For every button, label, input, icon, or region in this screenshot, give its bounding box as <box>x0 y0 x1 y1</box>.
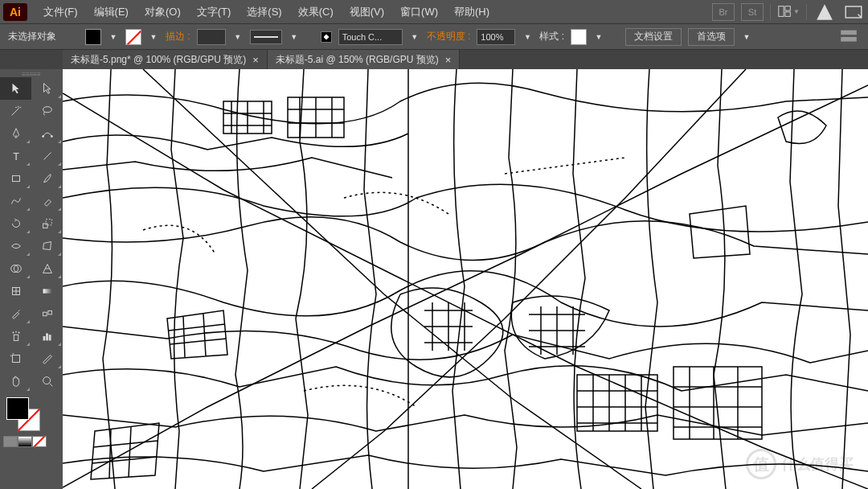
workspace: ≡≡≡≡≡ T <box>0 69 868 489</box>
tab-title: 未标题-5.ai @ 150% (RGB/GPU 预览) <box>276 53 439 67</box>
brush-dd[interactable]: ▼ <box>409 31 420 43</box>
document-tab[interactable]: 未标题-5.png* @ 100% (RGB/GPU 预览) × <box>63 50 268 69</box>
menu-edit[interactable]: 编辑(E) <box>86 0 137 24</box>
canvas-area[interactable]: 值 什么值得买 <box>63 69 868 489</box>
document-setup-button[interactable]: 文档设置 <box>625 28 682 46</box>
document-tab[interactable]: 未标题-5.ai @ 150% (RGB/GPU 预览) × <box>268 50 460 69</box>
stroke-label: 描边 : <box>166 30 190 43</box>
menu-bar: Ai 文件(F) 编辑(E) 对象(O) 文字(T) 选择(S) 效果(C) 视… <box>0 0 868 24</box>
eyedropper-tool[interactable] <box>0 302 31 325</box>
svg-rect-22 <box>14 335 18 340</box>
direct-selection-tool[interactable] <box>31 77 63 100</box>
magic-wand-tool[interactable] <box>0 100 31 122</box>
svg-rect-26 <box>43 336 45 340</box>
close-icon[interactable]: × <box>445 54 452 66</box>
brush-dot[interactable] <box>321 31 332 43</box>
paintbrush-tool[interactable] <box>31 167 63 190</box>
svg-rect-19 <box>43 289 51 293</box>
svg-rect-20 <box>43 312 47 316</box>
curvature-tool[interactable] <box>31 122 63 145</box>
app-logo: Ai <box>3 3 27 21</box>
svg-rect-0 <box>779 6 784 17</box>
artboard-tool[interactable] <box>0 347 31 370</box>
perspective-tool[interactable] <box>31 257 63 280</box>
gradient-tool[interactable] <box>31 280 63 302</box>
fill-dropdown[interactable]: ▼ <box>108 31 119 43</box>
fill-swatch[interactable] <box>85 29 101 45</box>
panel-handle[interactable]: ≡≡≡≡≡ <box>0 71 63 77</box>
menu-object[interactable]: 对象(O) <box>137 0 189 24</box>
svg-point-6 <box>43 107 51 113</box>
style-label: 样式 : <box>539 30 564 43</box>
options-bar: 未选择对象 ▼ ▼ 描边 : ▼ ▼ Touch C... ▼ 不透明度 : 1… <box>0 24 868 50</box>
selection-tool[interactable] <box>0 77 31 100</box>
width-tool[interactable] <box>0 235 31 257</box>
menu-type[interactable]: 文字(T) <box>189 0 240 24</box>
brush-dropdown[interactable]: Touch C... <box>338 29 403 45</box>
style-dropdown[interactable]: ▼ <box>593 31 604 43</box>
hand-tool[interactable] <box>0 370 31 392</box>
shape-builder-tool[interactable] <box>0 257 31 280</box>
menu-view[interactable]: 视图(V) <box>342 0 392 24</box>
svg-point-32 <box>43 377 50 384</box>
pen-tool[interactable] <box>0 122 31 145</box>
slice-tool[interactable] <box>31 347 63 370</box>
mesh-tool[interactable] <box>0 280 31 302</box>
prefs-dropdown[interactable]: ▼ <box>741 31 752 43</box>
symbol-sprayer-tool[interactable] <box>0 325 31 347</box>
opacity-input[interactable]: 100% <box>477 29 515 45</box>
stroke-style-dropdown[interactable]: ▼ <box>289 31 300 43</box>
style-swatch[interactable] <box>571 29 587 45</box>
menu-effect[interactable]: 效果(C) <box>290 0 342 24</box>
svg-rect-29 <box>12 355 19 363</box>
rectangle-tool[interactable] <box>0 167 31 190</box>
stroke-dropdown[interactable]: ▼ <box>148 31 159 43</box>
none-mode[interactable] <box>32 436 47 447</box>
search-icon[interactable] <box>842 3 865 21</box>
type-tool[interactable]: T <box>0 145 31 167</box>
free-transform-tool[interactable] <box>31 235 63 257</box>
close-icon[interactable]: × <box>252 54 259 66</box>
panel-icon[interactable] <box>837 28 860 46</box>
opacity-dropdown[interactable]: ▼ <box>522 31 533 43</box>
selection-label: 未选择对象 <box>8 30 56 43</box>
menu-file[interactable]: 文件(F) <box>35 0 86 24</box>
stroke-style-preview[interactable] <box>250 30 282 44</box>
stroke-swatch[interactable] <box>125 29 141 45</box>
tab-title: 未标题-5.png* @ 100% (RGB/GPU 预览) <box>71 53 246 67</box>
svg-rect-28 <box>48 335 51 340</box>
gradient-mode[interactable] <box>18 436 32 447</box>
arrange-icon[interactable]: ▼ <box>777 3 800 21</box>
eraser-tool[interactable] <box>31 190 63 212</box>
rotate-tool[interactable] <box>0 212 31 235</box>
foreground-color[interactable] <box>6 397 29 420</box>
svg-rect-11 <box>12 175 19 181</box>
menu-window[interactable]: 窗口(W) <box>392 0 446 24</box>
gpu-icon[interactable] <box>813 3 836 21</box>
color-mode[interactable] <box>3 436 18 447</box>
draw-mode-row <box>0 431 63 452</box>
line-tool[interactable] <box>31 145 63 167</box>
column-graph-tool[interactable] <box>31 325 63 347</box>
menu-help[interactable]: 帮助(H) <box>446 0 497 24</box>
zoom-tool[interactable] <box>31 370 63 392</box>
preferences-button[interactable]: 首选项 <box>688 28 735 46</box>
menu-select[interactable]: 选择(S) <box>239 0 289 24</box>
color-picker[interactable] <box>0 392 63 431</box>
blend-tool[interactable] <box>31 302 63 325</box>
svg-rect-1 <box>785 6 790 10</box>
lasso-tool[interactable] <box>31 100 63 122</box>
stock-icon[interactable]: St <box>741 3 764 21</box>
svg-rect-21 <box>47 310 51 314</box>
scale-tool[interactable] <box>31 212 63 235</box>
stroke-weight-input[interactable] <box>197 29 226 45</box>
svg-point-7 <box>42 135 44 138</box>
stroke-weight-dropdown[interactable]: ▼ <box>232 31 244 43</box>
svg-rect-13 <box>46 220 51 225</box>
svg-text:T: T <box>13 151 19 162</box>
shaper-tool[interactable] <box>0 190 31 212</box>
svg-line-33 <box>49 384 52 387</box>
svg-point-25 <box>18 332 19 334</box>
svg-rect-5 <box>841 37 857 42</box>
bridge-icon[interactable]: Br <box>712 3 735 21</box>
